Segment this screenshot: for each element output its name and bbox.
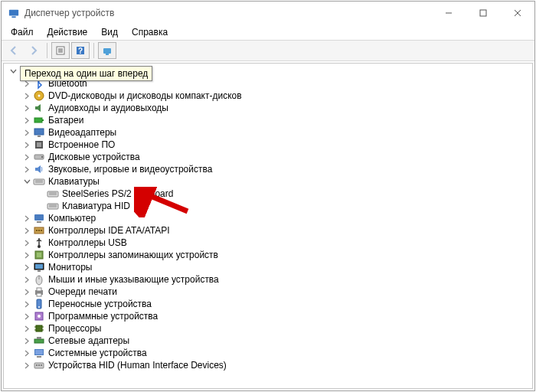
print-icon: [33, 286, 45, 298]
svg-rect-21: [38, 136, 41, 137]
menu-view[interactable]: Вид: [95, 25, 124, 39]
tree-category[interactable]: Контроллеры запоминающих устройств: [5, 249, 532, 261]
tree-item[interactable]: SteelSeries PS/2 Keyboard: [5, 188, 532, 200]
menu-action[interactable]: Действие: [41, 25, 94, 39]
minimize-button[interactable]: [431, 2, 466, 24]
tree-category-label: Мыши и иные указывающие устройства: [48, 273, 219, 286]
expand-icon[interactable]: [22, 287, 31, 296]
svg-rect-13: [106, 54, 109, 55]
tree-category-label: Системные устройства: [48, 347, 147, 359]
system-icon: [33, 347, 45, 359]
tree-category[interactable]: Аудиовходы и аудиовыходы: [5, 102, 532, 114]
tree-category[interactable]: Процессоры: [5, 322, 532, 335]
svg-rect-50: [37, 288, 41, 291]
svg-rect-43: [37, 253, 41, 257]
svg-rect-62: [37, 337, 41, 339]
properties-button[interactable]: [51, 42, 70, 59]
tree-category-label: Звуковые, игровые и видеоустройства: [48, 163, 212, 175]
svg-rect-3: [480, 10, 486, 16]
svg-rect-35: [34, 214, 44, 220]
expand-icon[interactable]: [22, 152, 31, 162]
toolbar-separator: [93, 43, 94, 58]
portable-icon: [33, 298, 45, 310]
tree-category-label: Видеоадаптеры: [48, 126, 116, 139]
expand-icon[interactable]: [22, 116, 31, 125]
menubar: Файл Действие Вид Справка: [2, 24, 534, 40]
tree-item[interactable]: Клавиатура HID: [5, 200, 532, 212]
svg-rect-23: [37, 142, 41, 147]
svg-rect-20: [34, 129, 44, 135]
tree-category[interactable]: Системные устройства: [5, 347, 532, 359]
tree-category[interactable]: Контроллеры IDE ATA/ATAPI: [5, 224, 532, 237]
toolbar-separator: [47, 43, 47, 58]
expand-icon[interactable]: [22, 324, 31, 333]
tree-category-label: Встроенное ПО: [48, 139, 115, 151]
svg-rect-61: [34, 339, 44, 343]
tree-category[interactable]: DVD-дисководы и дисководы компакт-дисков: [5, 90, 532, 102]
svg-rect-12: [103, 48, 111, 54]
tree-category[interactable]: Батареи: [5, 114, 532, 126]
expand-icon[interactable]: [22, 165, 31, 174]
toolbar: ?: [2, 40, 534, 61]
tree-category-label: Дисковые устройства: [48, 151, 140, 163]
tree-category[interactable]: Звуковые, игровые и видеоустройства: [5, 163, 532, 175]
svg-point-41: [38, 245, 41, 248]
help-button[interactable]: ?: [71, 42, 90, 59]
tree-category[interactable]: Видеоадаптеры: [5, 126, 532, 139]
expand-icon[interactable]: [22, 336, 31, 345]
expand-icon[interactable]: [22, 226, 31, 235]
tree-category-label: Очереди печати: [48, 286, 117, 298]
mouse-icon: [33, 273, 45, 286]
usb-icon: [33, 237, 45, 249]
tree-category[interactable]: Программные устройства: [5, 310, 532, 322]
tree-category[interactable]: Сетевые адаптеры: [5, 335, 532, 347]
expand-icon[interactable]: [22, 275, 31, 284]
expand-icon[interactable]: [22, 312, 31, 321]
device-tree[interactable]: BluetoothDVD-дисководы и дисководы компа…: [4, 64, 532, 374]
tree-category[interactable]: Дисковые устройства: [5, 151, 532, 163]
close-button[interactable]: [500, 2, 534, 24]
svg-point-53: [38, 306, 40, 308]
tree-category[interactable]: Мониторы: [5, 261, 532, 273]
expand-icon[interactable]: [22, 263, 31, 272]
tree-category[interactable]: Встроенное ПО: [5, 139, 532, 151]
svg-text:?: ?: [78, 47, 83, 55]
tree-category[interactable]: Мыши и иные указывающие устройства: [5, 273, 532, 286]
tree-category-label: Аудиовходы и аудиовыходы: [48, 102, 168, 114]
menu-help[interactable]: Справка: [126, 25, 174, 39]
menu-file[interactable]: Файл: [5, 25, 40, 39]
tree-category-label: Устройства HID (Human Interface Devices): [48, 359, 227, 371]
expand-icon[interactable]: [22, 140, 31, 149]
expand-icon[interactable]: [22, 103, 31, 113]
tree-category[interactable]: Клавиатуры: [5, 175, 532, 188]
back-button[interactable]: [5, 42, 23, 59]
collapse-icon[interactable]: [22, 177, 31, 186]
monitor-icon: [33, 261, 45, 273]
scan-button[interactable]: [98, 42, 116, 59]
tree-category[interactable]: Переносные устройства: [5, 298, 532, 310]
svg-point-17: [38, 95, 41, 97]
expand-icon[interactable]: [22, 214, 31, 223]
storage-icon: [33, 249, 45, 261]
tree-category[interactable]: Устройства HID (Human Interface Devices): [5, 359, 532, 371]
expand-icon[interactable]: [22, 361, 31, 370]
expand-icon[interactable]: [22, 299, 31, 309]
expand-icon[interactable]: [22, 250, 31, 260]
expand-icon[interactable]: [22, 128, 31, 137]
tree-category-label: Переносные устройства: [48, 298, 152, 310]
tree-category-label: Компьютер: [48, 212, 96, 224]
forward-button[interactable]: [25, 42, 43, 59]
collapse-icon[interactable]: [8, 67, 18, 76]
tree-category-label: Контроллеры IDE ATA/ATAPI: [48, 224, 170, 237]
tooltip: Переход на один шаг вперед: [20, 66, 152, 81]
sound-icon: [33, 163, 45, 175]
expand-icon[interactable]: [22, 348, 31, 358]
tree-category[interactable]: Контроллеры USB: [5, 237, 532, 249]
tree-category[interactable]: Компьютер: [5, 212, 532, 224]
expand-icon[interactable]: [22, 91, 31, 100]
maximize-button[interactable]: [466, 2, 500, 24]
expand-icon[interactable]: [22, 238, 31, 247]
hid-icon: [33, 359, 45, 371]
tree-category[interactable]: Очереди печати: [5, 286, 532, 298]
device-manager-window: Диспетчер устройств Файл Действие Вид Сп…: [1, 1, 535, 391]
